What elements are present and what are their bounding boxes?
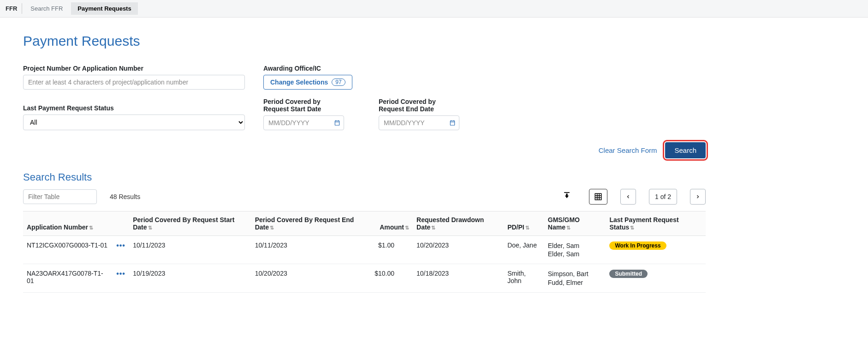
status-label: Last Payment Request Status [23, 104, 245, 112]
download-button[interactable] [558, 189, 576, 205]
page-title: Payment Requests [23, 33, 706, 49]
cell-pdpi: Smith, John [504, 264, 544, 292]
cell-pdpi: Doe, Jane [504, 236, 544, 264]
col-start-date[interactable]: Period Covered By Request Start Date⇅ [129, 211, 251, 236]
results-count: 48 Results [110, 193, 140, 200]
table-row: NA23OARX417G0078-T1-01•••10/19/202310/20… [23, 264, 706, 292]
chevron-left-icon [625, 194, 631, 199]
sort-icon: ⇅ [89, 225, 93, 230]
cell-app-number: NT12ICGX007G0003-T1-01 [23, 236, 113, 264]
cell-drawdown: 10/20/2023 [413, 236, 504, 264]
awarding-label: Awarding Office/IC [263, 65, 352, 72]
cell-amount: $1.00 [371, 236, 413, 264]
col-status[interactable]: Last Payment Request Status⇅ [606, 211, 706, 236]
sort-icon: ⇅ [431, 225, 435, 230]
end-date-input[interactable] [379, 115, 459, 130]
cell-end-date: 10/20/2023 [251, 264, 371, 292]
change-selections-label: Change Selections [270, 78, 328, 86]
project-number-label: Project Number Or Application Number [23, 65, 245, 72]
grid-icon [594, 193, 602, 201]
cell-gms: Elder, SamElder, Sam [544, 236, 606, 264]
filter-table-input[interactable] [23, 189, 97, 204]
project-number-input[interactable] [23, 75, 245, 90]
row-actions-button[interactable]: ••• [116, 241, 125, 249]
page-indicator: 1 of 2 [649, 189, 677, 205]
next-page-button[interactable] [690, 189, 706, 205]
status-select[interactable]: All [23, 115, 245, 130]
col-drawdown[interactable]: Requested Drawdown Date⇅ [413, 211, 504, 236]
cell-amount: $10.00 [371, 264, 413, 292]
awarding-group: Awarding Office/IC Change Selections 97 [263, 65, 352, 90]
download-icon [562, 192, 571, 201]
status-badge: Submitted [609, 270, 648, 278]
start-date-label: Period Covered by Request Start Date [263, 98, 344, 113]
status-group: Last Payment Request Status All [23, 104, 245, 130]
sort-icon: ⇅ [270, 225, 274, 230]
top-nav: FFR Search FFR Payment Requests [0, 0, 868, 18]
start-date-input[interactable] [263, 115, 344, 130]
change-selections-button[interactable]: Change Selections 97 [263, 75, 352, 90]
end-date-label: Period Covered by Request End Date [379, 98, 459, 113]
tab-payment-requests[interactable]: Payment Requests [71, 2, 137, 15]
status-badge: Work In Progress [609, 241, 666, 250]
cell-app-number: NA23OARX417G0078-T1-01 [23, 264, 113, 292]
end-date-group: Period Covered by Request End Date [379, 98, 459, 130]
cell-status: Submitted [606, 264, 706, 292]
svg-rect-0 [595, 193, 601, 200]
sort-icon: ⇅ [630, 225, 634, 230]
chevron-right-icon [695, 194, 701, 199]
sort-icon: ⇅ [525, 225, 529, 230]
search-button[interactable]: Search [665, 142, 706, 158]
start-date-group: Period Covered by Request Start Date [263, 98, 344, 130]
cell-start-date: 10/19/2023 [129, 264, 251, 292]
cell-gms: Simpson, BartFudd, Elmer [544, 264, 606, 292]
cell-end-date: 10/11/2023 [251, 236, 371, 264]
app-name: FFR [4, 3, 22, 14]
results-table: Application Number⇅ Period Covered By Re… [23, 211, 706, 293]
grid-view-button[interactable] [589, 189, 607, 205]
tab-search-ffr[interactable]: Search FFR [24, 2, 69, 15]
results-heading: Search Results [23, 171, 706, 183]
cell-drawdown: 10/18/2023 [413, 264, 504, 292]
sort-icon: ⇅ [405, 225, 409, 230]
sort-icon: ⇅ [148, 225, 152, 230]
selection-count-badge: 97 [332, 78, 345, 86]
col-gms[interactable]: GMS/GMO Name⇅ [544, 211, 606, 236]
prev-page-button[interactable] [620, 189, 636, 205]
project-number-group: Project Number Or Application Number [23, 65, 245, 90]
table-row: NT12ICGX007G0003-T1-01•••10/11/202310/11… [23, 236, 706, 264]
col-end-date[interactable]: Period Covered By Request End Date⇅ [251, 211, 371, 236]
col-app-number[interactable]: Application Number⇅ [23, 211, 113, 236]
cell-status: Work In Progress [606, 236, 706, 264]
cell-start-date: 10/11/2023 [129, 236, 251, 264]
clear-search-link[interactable]: Clear Search Form [599, 146, 657, 154]
row-actions-button[interactable]: ••• [116, 270, 125, 278]
sort-icon: ⇅ [566, 225, 571, 230]
col-amount[interactable]: Amount⇅ [371, 211, 413, 236]
col-pdpi[interactable]: PD/PI⇅ [504, 211, 544, 236]
